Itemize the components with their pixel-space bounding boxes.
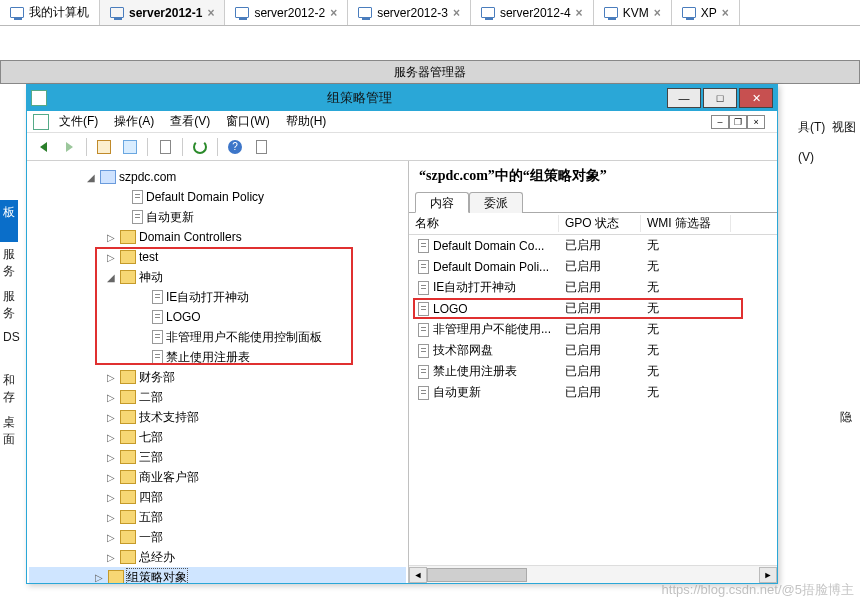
mdi-minimize-button[interactable]: – <box>711 115 729 129</box>
gpo-link-node[interactable]: Default Domain Policy <box>29 187 406 207</box>
expand-icon[interactable]: ▷ <box>105 392 117 403</box>
close-button[interactable]: ✕ <box>739 88 773 108</box>
gpo-link-node[interactable]: 非管理用户不能使用控制面板 <box>29 327 406 347</box>
sidebar-item[interactable]: DS <box>0 326 18 368</box>
close-icon[interactable]: × <box>330 6 337 20</box>
gpo-container-node[interactable]: ▷组策略对象 <box>29 567 406 583</box>
sidebar-item[interactable]: 服务 <box>0 242 18 284</box>
domain-node[interactable]: ◢szpdc.com <box>29 167 406 187</box>
vm-tab-kvm[interactable]: KVM× <box>594 0 672 25</box>
tab-delegation[interactable]: 委派 <box>469 192 523 213</box>
node-label: 非管理用户不能使用控制面板 <box>166 329 322 346</box>
sidebar-item[interactable]: 板 <box>0 200 18 242</box>
ou-icon <box>120 450 136 464</box>
sidebar-item[interactable]: 和存 <box>0 368 18 410</box>
gpo-list[interactable]: 名称 GPO 状态 WMI 筛选器 Default Domain Co...已启… <box>409 213 777 565</box>
expand-icon[interactable]: ▷ <box>105 412 117 423</box>
list-row[interactable]: Default Domain Co...已启用无 <box>409 235 777 256</box>
expand-icon[interactable]: ▷ <box>105 512 117 523</box>
vm-tab-mycomputer[interactable]: 我的计算机 <box>0 0 100 25</box>
vm-tab-label: server2012-2 <box>254 6 325 20</box>
menu-action[interactable]: 操作(A) <box>108 111 160 132</box>
list-row[interactable]: 自动更新已启用无 <box>409 382 777 403</box>
monitor-icon <box>682 7 696 18</box>
close-icon[interactable]: × <box>207 6 214 20</box>
list-row[interactable]: 技术部网盘已启用无 <box>409 340 777 361</box>
ou-node[interactable]: ▷四部 <box>29 487 406 507</box>
list-row[interactable]: 非管理用户不能使用...已启用无 <box>409 319 777 340</box>
maximize-button[interactable]: □ <box>703 88 737 108</box>
ou-node[interactable]: ▷商业客户部 <box>29 467 406 487</box>
gpo-link-node[interactable]: 自动更新 <box>29 207 406 227</box>
menu-view[interactable]: 查看(V) <box>164 111 216 132</box>
tab-content[interactable]: 内容 <box>415 192 469 213</box>
row-state: 已启用 <box>559 342 641 359</box>
gpo-link-node[interactable]: LOGO <box>29 307 406 327</box>
expand-icon[interactable]: ▷ <box>105 452 117 463</box>
gpo-link-node[interactable]: IE自动打开神动 <box>29 287 406 307</box>
expand-icon[interactable]: ▷ <box>105 252 117 263</box>
col-name[interactable]: 名称 <box>409 215 559 232</box>
console-tree[interactable]: ◢szpdc.com Default Domain Policy 自动更新 ▷D… <box>27 161 409 583</box>
expand-icon[interactable]: ▷ <box>105 232 117 243</box>
export-button[interactable] <box>249 136 273 158</box>
list-row[interactable]: IE自动打开神动已启用无 <box>409 277 777 298</box>
scroll-thumb[interactable] <box>427 568 527 582</box>
vm-tab-xp[interactable]: XP× <box>672 0 740 25</box>
ou-node[interactable]: ▷总经办 <box>29 547 406 567</box>
gpo-link-node[interactable]: 禁止使用注册表 <box>29 347 406 367</box>
ou-node[interactable]: ▷二部 <box>29 387 406 407</box>
refresh-button[interactable] <box>188 136 212 158</box>
menu-file[interactable]: 文件(F) <box>53 111 104 132</box>
properties-button[interactable] <box>153 136 177 158</box>
expand-icon[interactable]: ▷ <box>105 472 117 483</box>
col-wmi[interactable]: WMI 筛选器 <box>641 215 731 232</box>
back-button[interactable] <box>31 136 55 158</box>
ou-node[interactable]: ▷一部 <box>29 527 406 547</box>
vm-tab-2[interactable]: server2012-2× <box>225 0 348 25</box>
row-name: Default Domain Co... <box>433 239 544 253</box>
ou-node[interactable]: ▷五部 <box>29 507 406 527</box>
menu-tools[interactable]: 具(T) <box>798 120 825 134</box>
sidebar-item[interactable]: 桌面 <box>0 410 18 452</box>
minimize-button[interactable]: — <box>667 88 701 108</box>
vm-tab-4[interactable]: server2012-4× <box>471 0 594 25</box>
vm-tab-3[interactable]: server2012-3× <box>348 0 471 25</box>
mdi-restore-button[interactable]: ❐ <box>729 115 747 129</box>
collapse-icon[interactable]: ◢ <box>105 272 117 283</box>
show-button[interactable] <box>118 136 142 158</box>
titlebar[interactable]: 组策略管理 — □ ✕ <box>27 85 777 111</box>
scroll-left-button[interactable]: ◄ <box>409 567 427 583</box>
menu-window[interactable]: 窗口(W) <box>220 111 275 132</box>
collapse-icon[interactable]: ◢ <box>85 172 97 183</box>
vm-tab-1[interactable]: server2012-1× <box>100 0 225 25</box>
expand-icon[interactable]: ▷ <box>93 572 105 583</box>
list-header[interactable]: 名称 GPO 状态 WMI 筛选器 <box>409 213 777 235</box>
ou-node[interactable]: ▷财务部 <box>29 367 406 387</box>
sidebar-item[interactable]: 服务 <box>0 284 18 326</box>
expand-icon[interactable]: ▷ <box>105 432 117 443</box>
ou-node[interactable]: ▷test <box>29 247 406 267</box>
close-icon[interactable]: × <box>722 6 729 20</box>
expand-icon[interactable]: ▷ <box>105 532 117 543</box>
ou-node[interactable]: ▷七部 <box>29 427 406 447</box>
col-state[interactable]: GPO 状态 <box>559 215 641 232</box>
ou-node[interactable]: ▷三部 <box>29 447 406 467</box>
expand-icon[interactable]: ▷ <box>105 492 117 503</box>
close-icon[interactable]: × <box>576 6 583 20</box>
up-button[interactable] <box>92 136 116 158</box>
mdi-close-button[interactable]: × <box>747 115 765 129</box>
list-row[interactable]: LOGO已启用无 <box>409 298 777 319</box>
forward-button[interactable] <box>57 136 81 158</box>
ou-node[interactable]: ▷技术支持部 <box>29 407 406 427</box>
ou-node-shendong[interactable]: ◢神动 <box>29 267 406 287</box>
list-row[interactable]: 禁止使用注册表已启用无 <box>409 361 777 382</box>
close-icon[interactable]: × <box>453 6 460 20</box>
list-row[interactable]: Default Domain Poli...已启用无 <box>409 256 777 277</box>
help-button[interactable]: ? <box>223 136 247 158</box>
expand-icon[interactable]: ▷ <box>105 372 117 383</box>
menu-help[interactable]: 帮助(H) <box>280 111 333 132</box>
expand-icon[interactable]: ▷ <box>105 552 117 563</box>
ou-node[interactable]: ▷Domain Controllers <box>29 227 406 247</box>
close-icon[interactable]: × <box>654 6 661 20</box>
